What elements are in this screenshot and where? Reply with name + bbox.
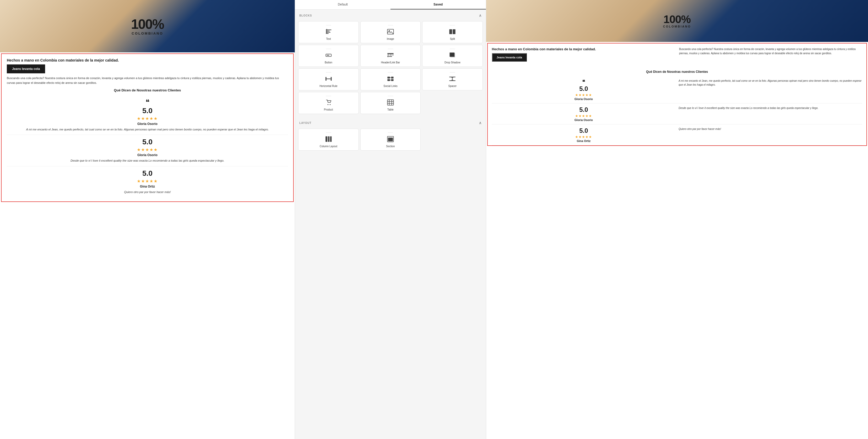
image-block-label: Image xyxy=(387,37,394,40)
block-button[interactable]: Button xyxy=(298,45,359,67)
split-block-icon xyxy=(449,28,456,36)
right-hero-subtitle: COLOMBIANO xyxy=(663,25,691,28)
svg-rect-4 xyxy=(326,29,327,33)
block-social-links[interactable]: Social Links xyxy=(360,68,421,90)
right-stars-2: ★★★★★ xyxy=(492,114,676,118)
left-hero-image: 100% COLOMBIANO xyxy=(0,0,295,53)
right-highlighted-section: Hechos a mano en Colombia con materiales… xyxy=(487,43,867,146)
social-block-icon xyxy=(387,75,394,83)
blocks-section-label: BLOCKS ∧ xyxy=(295,10,486,20)
right-reviews-section: ❝ 5.0 ★★★★★ Gloria Osorio A mi me encant… xyxy=(488,76,866,145)
right-review-left-1: ❝ 5.0 ★★★★★ Gloria Osorio xyxy=(492,79,676,101)
blocks-collapse-icon[interactable]: ∧ xyxy=(479,13,482,18)
right-score-2: 5.0 xyxy=(492,106,676,113)
left-reviewer-1: Gloria Osorio xyxy=(7,122,288,126)
right-stars-1: ★★★★★ xyxy=(492,93,676,97)
right-two-col-section: Hechos a mano en Colombia con materiales… xyxy=(488,43,866,67)
center-blocks-panel: Default Saved BLOCKS ∧ Text Image xyxy=(295,0,486,439)
drag-handle-spacer xyxy=(450,72,455,73)
drag-handle-rule xyxy=(326,72,331,73)
svg-rect-12 xyxy=(387,55,389,55)
layout-collapse-icon[interactable]: ∧ xyxy=(479,121,482,125)
social-block-label: Social Links xyxy=(383,85,397,88)
block-section[interactable]: Section xyxy=(360,129,421,150)
left-review-text-2: Desde que lo vi I love it excellent qual… xyxy=(7,159,288,163)
right-hero-overlay: 100% COLOMBIANO xyxy=(663,14,691,28)
right-review-2: 5.0 ★★★★★ Gloria Osorio Desde que lo vi … xyxy=(492,103,862,125)
product-block-icon xyxy=(325,98,332,107)
layout-grid: Column Layout Section xyxy=(295,127,486,154)
right-right-col: Buscando una cola perfecta? Nuestra cost… xyxy=(679,47,862,64)
svg-rect-25 xyxy=(391,79,393,81)
left-stars-3: ★★★★★ xyxy=(7,179,288,183)
left-hero-overlay: 100% COLOMBIANO xyxy=(131,17,164,35)
right-review-3: 5.0 ★★★★★ Gina Ortiz Quiero otro par por… xyxy=(492,125,862,145)
svg-rect-1 xyxy=(326,31,329,31)
svg-rect-10 xyxy=(327,55,329,56)
left-quote-1: ❝ xyxy=(7,99,288,106)
block-drop-shadow[interactable]: Drop Shadow xyxy=(422,45,483,67)
spacer-block-label: Spacer xyxy=(448,85,457,88)
block-product[interactable]: Product xyxy=(298,92,359,114)
blocks-label-text: BLOCKS xyxy=(299,14,312,17)
text-block-icon xyxy=(325,28,332,36)
block-spacer[interactable]: Spacer xyxy=(422,68,483,90)
svg-rect-18 xyxy=(450,53,455,57)
drag-handle-text xyxy=(326,25,331,26)
layout-label-text: LAYOUT xyxy=(299,122,311,125)
left-stars-1: ★★★★★ xyxy=(7,116,288,121)
column-block-label: Column Layout xyxy=(320,145,337,148)
right-stars-3: ★★★★★ xyxy=(492,135,676,139)
svg-rect-28 xyxy=(450,77,456,77)
left-review-text-3: Quiero otro par por favor hacer más! xyxy=(7,190,288,194)
block-text[interactable]: Text xyxy=(298,21,359,43)
svg-point-31 xyxy=(330,104,331,105)
block-horizontal-rule[interactable]: Horizontal Rule xyxy=(298,68,359,90)
right-left-col: Hechos a mano en Colombia con materiales… xyxy=(492,47,675,64)
left-score-1: 5.0 xyxy=(7,107,288,115)
svg-point-30 xyxy=(327,104,328,105)
tab-saved[interactable]: Saved xyxy=(391,0,486,9)
left-cta-button[interactable]: Jeans levanta cola xyxy=(7,64,45,73)
header-block-label: Header/Link Bar xyxy=(381,61,400,64)
svg-rect-16 xyxy=(389,56,392,57)
left-body-text: Buscando una cola perfecta? Nuestra cost… xyxy=(7,76,288,85)
svg-rect-22 xyxy=(387,77,390,78)
left-score-3: 5.0 xyxy=(7,169,288,178)
left-section-heading: Hechos a mano en Colombia con materiales… xyxy=(7,58,288,62)
block-image[interactable]: Image xyxy=(360,21,421,43)
svg-rect-14 xyxy=(392,55,394,55)
svg-rect-37 xyxy=(326,136,327,142)
block-header-link-bar[interactable]: Header/Link Bar xyxy=(360,45,421,67)
right-col-body: Buscando una cola perfecta? Nuestra cost… xyxy=(679,47,862,56)
drag-handle-social xyxy=(388,72,393,73)
right-col-heading: Hechos a mano en Colombia con materiales… xyxy=(492,47,675,51)
tab-default[interactable]: Default xyxy=(295,0,391,9)
block-table[interactable]: Table xyxy=(360,92,421,114)
svg-rect-7 xyxy=(450,29,452,34)
drag-handle-table xyxy=(388,96,393,97)
left-review-3: 5.0 ★★★★★ Gina Ortiz Quiero otro par por… xyxy=(7,166,288,197)
left-stars-2: ★★★★★ xyxy=(7,147,288,152)
image-block-icon xyxy=(387,28,394,36)
tabs-row: Default Saved xyxy=(295,0,486,10)
left-section-title: Qué Dicen de Nosotras nuestros Clientes xyxy=(7,88,288,92)
right-cta-button[interactable]: Jeans levanta cola xyxy=(492,53,527,62)
right-review-1: ❝ 5.0 ★★★★★ Gloria Osorio A mi me encant… xyxy=(492,76,862,103)
right-score-3: 5.0 xyxy=(492,127,676,134)
svg-rect-23 xyxy=(391,77,393,78)
block-split[interactable]: Split xyxy=(422,21,483,43)
spacer-block-icon xyxy=(449,75,456,83)
left-review-2: 5.0 ★★★★★ Gloria Osorio Desde que lo vi … xyxy=(7,135,288,166)
block-column-layout[interactable]: Column Layout xyxy=(298,129,359,150)
left-review-1: ❝ 5.0 ★★★★★ Gloria Osorio A mi me encant… xyxy=(7,95,288,135)
right-preview-panel: 100% COLOMBIANO Hechos a mano en Colombi… xyxy=(486,0,868,439)
left-reviewer-2: Gloria Osorio xyxy=(7,153,288,157)
right-reviewer-3: Gina Ortiz xyxy=(492,139,676,142)
left-highlighted-section: Hechos a mano en Colombia con materiales… xyxy=(1,54,294,202)
right-hero-percent: 100% xyxy=(663,14,691,25)
header-block-icon xyxy=(387,51,394,60)
svg-rect-11 xyxy=(387,53,393,54)
right-score-1: 5.0 xyxy=(492,85,676,93)
drag-handle-split xyxy=(450,25,455,26)
